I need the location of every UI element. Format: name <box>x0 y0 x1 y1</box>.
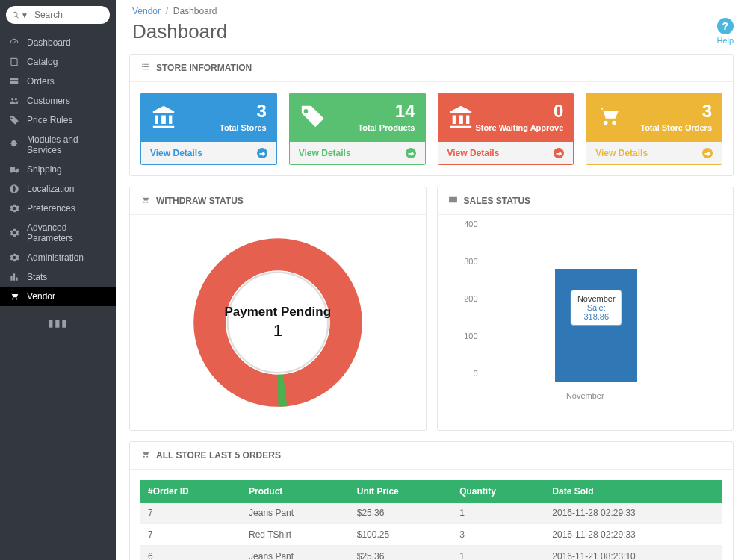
cart-icon <box>140 449 150 461</box>
sidebar-item-label: Modules and Services <box>27 134 107 155</box>
table-cell: 2016-11-28 02:29:33 <box>545 524 722 546</box>
sidebar-item-catalog[interactable]: Catalog <box>0 52 116 72</box>
sidebar-item-label: Localization <box>27 184 74 194</box>
dashboard-icon <box>9 37 19 48</box>
creditcard-icon <box>448 195 458 207</box>
panel-title: STORE INFORMATION <box>156 63 252 73</box>
orders-icon <box>9 76 19 87</box>
sidebar-item-shipping[interactable]: Shipping <box>0 160 116 179</box>
barchart-icon <box>9 272 19 282</box>
sidebar-item-label: Vendor <box>27 291 55 302</box>
table-cell: 2016-11-21 08:23:10 <box>545 546 722 561</box>
search-icon <box>12 10 19 21</box>
donut-center-value: 1 <box>273 321 282 340</box>
sidebar-item-label: Customers <box>27 96 70 106</box>
panel-heading: ALL STORE LAST 5 ORDERS <box>130 442 733 470</box>
breadcrumb-root[interactable]: Vendor <box>132 6 161 16</box>
last-orders-panel: ALL STORE LAST 5 ORDERS #Order ID Produc… <box>129 441 734 560</box>
sidebar-item-advanced[interactable]: Advanced Parameters <box>0 218 116 248</box>
sidebar-item-preferences[interactable]: Preferences <box>0 199 116 218</box>
col-unit-price: Unit Price <box>350 480 452 503</box>
card-value: 3 <box>640 102 712 120</box>
donut-center-label: Payment Pending <box>224 305 331 320</box>
sales-bar-chart: 0 100 200 300 400 November Sale: 318.86 <box>448 225 723 405</box>
view-details-link[interactable]: View Details➜ <box>140 142 277 165</box>
sidebar-item-stats[interactable]: Stats <box>0 267 116 287</box>
sidebar-item-label: Shipping <box>27 164 62 175</box>
view-details-link[interactable]: View Details➜ <box>289 142 426 165</box>
sidebar-item-customers[interactable]: Customers <box>0 91 116 111</box>
card-value: 0 <box>476 102 564 120</box>
gear-icon <box>9 252 19 263</box>
sidebar-item-dashboard[interactable]: Dashboard <box>0 33 116 52</box>
table-row[interactable]: 6Jeans Pant$25.3612016-11-21 08:23:10 <box>140 546 722 561</box>
plus-circle-icon: ➜ <box>554 148 564 158</box>
puzzle-icon <box>9 140 19 150</box>
help-button[interactable]: ? Help <box>716 18 734 45</box>
sidebar-item-orders[interactable]: Orders <box>0 72 116 91</box>
tooltip-value: Sale: 318.86 <box>577 303 616 321</box>
y-tick: 300 <box>448 257 483 266</box>
panel-heading: SALES STATUS <box>438 187 734 215</box>
table-cell: 3 <box>452 524 545 546</box>
table-cell: Jeans Pant <box>241 503 350 524</box>
col-order-id: #Order ID <box>140 480 241 503</box>
sales-status-panel: SALES STATUS 0 100 200 300 400 <box>437 187 734 431</box>
tags-icon <box>300 104 325 131</box>
cart-icon <box>140 195 150 207</box>
bank-icon <box>448 104 474 131</box>
tag-icon <box>9 115 19 125</box>
withdraw-donut-chart: Payment Pending 1 <box>188 233 368 412</box>
sidebar-item-label: Price Rules <box>27 115 72 125</box>
search-dropdown-caret[interactable]: ▼ <box>21 11 28 19</box>
help-label: Help <box>716 36 734 45</box>
card-label: Total Products <box>358 123 415 132</box>
page-title: Dashboard <box>132 20 227 43</box>
breadcrumb-current: Dashboard <box>173 6 217 16</box>
col-quantity: Quantity <box>452 480 545 503</box>
view-details-link[interactable]: View Details➜ <box>586 142 722 165</box>
panel-title: SALES STATUS <box>464 196 531 206</box>
sidebar-item-localization[interactable]: Localization <box>0 179 116 199</box>
panel-heading: WITHDRAW STATUS <box>130 187 426 215</box>
sidebar-item-modules[interactable]: Modules and Services <box>0 130 116 160</box>
col-date-sold: Date Sold <box>545 480 722 503</box>
breadcrumb: Vendor / Dashboard <box>132 6 734 16</box>
search-box[interactable]: ▼ <box>6 6 110 24</box>
store-information-panel: STORE INFORMATION 3Total Stores View Det… <box>129 54 734 176</box>
users-icon <box>9 96 19 106</box>
list-icon <box>140 62 150 74</box>
sidebar-item-label: Orders <box>27 76 55 87</box>
table-cell: 2016-11-28 02:29:33 <box>545 503 722 524</box>
card-total-products: 14Total Products View Details➜ <box>289 93 426 165</box>
sidebar-item-label: Preferences <box>27 203 75 214</box>
table-row[interactable]: 7Jeans Pant$25.3612016-11-28 02:29:33 <box>140 503 722 524</box>
main: Vendor / Dashboard Dashboard ? Help STOR… <box>116 0 747 560</box>
card-store-waiting-approve: 0Store Waiting Approve View Details➜ <box>438 93 574 165</box>
card-total-stores: 3Total Stores View Details➜ <box>140 93 277 165</box>
table-cell: Jeans Pant <box>241 546 350 561</box>
panel-title: ALL STORE LAST 5 ORDERS <box>156 450 281 461</box>
table-cell: 7 <box>140 503 241 524</box>
card-value: 14 <box>358 102 415 120</box>
card-value: 3 <box>220 102 267 120</box>
sidebar-item-price-rules[interactable]: Price Rules <box>0 111 116 130</box>
sidebar-item-vendor[interactable]: Vendor <box>0 287 116 306</box>
x-axis-label: November <box>566 391 604 400</box>
y-tick: 200 <box>448 294 483 303</box>
sidebar-item-label: Advanced Parameters <box>27 223 107 243</box>
table-row[interactable]: 7Red TShirt$100.2532016-11-28 02:29:33 <box>140 524 722 546</box>
y-tick: 0 <box>448 369 483 378</box>
stat-cards: 3Total Stores View Details➜ 14Total Prod… <box>140 93 722 165</box>
plus-circle-icon: ➜ <box>702 148 713 158</box>
sidebar-collapse-handle[interactable]: ▮▮▮ <box>0 317 116 329</box>
globe-icon <box>9 184 19 194</box>
table-cell: $25.36 <box>350 546 452 561</box>
gear-icon <box>9 203 19 214</box>
sidebar-item-administration[interactable]: Administration <box>0 248 116 267</box>
truck-icon <box>9 164 19 175</box>
bar-november[interactable]: November Sale: 318.86 <box>555 269 637 382</box>
view-details-link[interactable]: View Details➜ <box>438 142 574 165</box>
card-label: Total Stores <box>220 123 267 132</box>
table-cell: 1 <box>452 546 545 561</box>
